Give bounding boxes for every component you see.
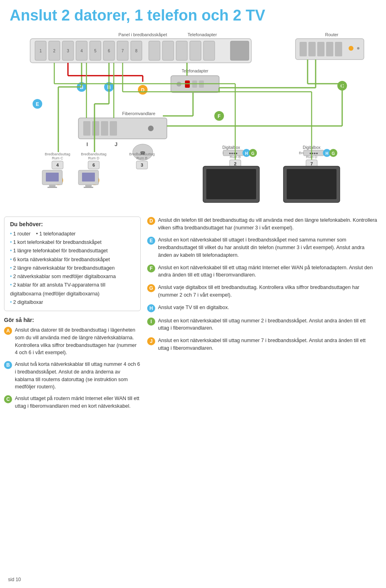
svg-text:1: 1 — [39, 49, 42, 53]
svg-text:G: G — [332, 151, 335, 156]
svg-text:●●●●: ●●●● — [309, 151, 318, 155]
svg-text:Digitalbox: Digitalbox — [222, 145, 240, 150]
step-e: E Anslut en kort nätverkskabel till utta… — [147, 236, 378, 259]
list-item: 2 digitalboxar — [10, 298, 135, 307]
gor-sa-har-section: Gör så här: A Anslut dina datorer till d… — [4, 317, 141, 410]
step-c-text: Anslut uttaget på routern märkt Internet… — [15, 395, 141, 410]
list-item: 2 kablar för att ansluta TV-apparaterna … — [10, 281, 135, 298]
page-footer: sid 10 — [8, 577, 21, 582]
svg-text:Rum D: Rum D — [88, 156, 100, 160]
svg-rect-112 — [82, 173, 95, 182]
svg-rect-19 — [176, 41, 187, 60]
svg-rect-108 — [46, 173, 59, 182]
svg-rect-17 — [149, 41, 160, 60]
svg-rect-35 — [326, 42, 333, 56]
svg-text:Fiberomvandlare: Fiberomvandlare — [122, 111, 156, 116]
svg-text:I: I — [86, 141, 88, 147]
panel-label: Panel i bredbandsskåpet — [118, 32, 167, 37]
step-f-text: Anslut en kort nätverkskabel till ett ut… — [158, 264, 378, 279]
svg-text:Telefonadapter: Telefonadapter — [182, 69, 209, 73]
svg-text:2: 2 — [53, 49, 55, 53]
svg-text:H: H — [325, 151, 328, 156]
lower-content: Du behöver: 1 router • 1 telefonadapter … — [0, 213, 386, 418]
list-item: 1 längre telefonkabel för bredbandsuttag… — [10, 247, 135, 255]
step-f: F Anslut en kort nätverkskabel till ett … — [147, 264, 378, 279]
du-behoever-box: Du behöver: 1 router • 1 telefonadapter … — [4, 217, 141, 311]
du-behoever-title: Du behöver: — [10, 221, 135, 227]
svg-point-37 — [349, 46, 353, 51]
svg-rect-22 — [230, 41, 249, 60]
badge-a: A — [4, 327, 12, 335]
svg-text:F: F — [218, 113, 220, 119]
svg-text:Bredbandsuttag: Bredbandsuttag — [129, 152, 155, 156]
step-c: C Anslut uttaget på routern märkt Intern… — [4, 395, 141, 410]
svg-rect-42 — [92, 121, 99, 136]
step-g-text: Anslut varje digitalbox till ett bredban… — [158, 284, 378, 299]
svg-text:Bredbandsuttag: Bredbandsuttag — [45, 152, 70, 156]
page-title: Anslut 2 datorer, 1 telefon och 2 TV — [0, 0, 386, 27]
svg-rect-34 — [317, 42, 324, 56]
badge-c: C — [4, 395, 12, 403]
list-item: 2 längre nätverkskablar för bredbandsutt… — [10, 264, 135, 272]
svg-text:7: 7 — [310, 161, 313, 166]
badge-i: I — [147, 318, 155, 326]
gor-sa-har-title: Gör så här: — [4, 317, 141, 323]
svg-text:4: 4 — [56, 163, 59, 167]
step-d-text: Anslut din telefon till det bredbandsutt… — [158, 217, 378, 232]
step-h-text: Anslut varje TV till en digitalbox. — [158, 304, 378, 312]
svg-text:3: 3 — [67, 49, 69, 53]
svg-rect-21 — [203, 41, 215, 60]
badge-e: E — [147, 237, 155, 245]
svg-text:E: E — [36, 101, 39, 107]
svg-rect-113 — [85, 185, 92, 187]
step-d: D Anslut din telefon till det bredbandsu… — [147, 217, 378, 232]
step-i-text: Anslut en kort nätverkskabel till uttag … — [158, 317, 378, 332]
badge-d: D — [147, 217, 155, 225]
svg-rect-116 — [206, 169, 256, 199]
svg-text:5: 5 — [94, 49, 96, 53]
page-number: sid 10 — [8, 577, 21, 582]
badge-b: B — [4, 361, 12, 369]
svg-text:Telefonadapter: Telefonadapter — [188, 32, 217, 37]
badge-h: H — [147, 304, 155, 312]
step-a-text: Anslut dina datorer till de bredbandsutt… — [15, 326, 141, 357]
step-j: J Anslut en kort nätverkskabel till utta… — [147, 337, 378, 352]
svg-text:4: 4 — [80, 49, 83, 53]
svg-point-38 — [357, 47, 359, 50]
svg-rect-43 — [101, 121, 108, 136]
step-e-text: Anslut en kort nätverkskabel till uttage… — [158, 236, 378, 259]
svg-rect-44 — [110, 121, 117, 136]
badge-g: G — [147, 284, 155, 292]
svg-text:Rum B: Rum B — [136, 156, 148, 160]
svg-rect-33 — [308, 42, 316, 56]
svg-text:6: 6 — [92, 163, 95, 167]
svg-rect-109 — [49, 185, 55, 187]
svg-text:H: H — [245, 151, 248, 156]
svg-text:8: 8 — [135, 49, 138, 53]
list-item: 1 router • 1 telefonadapter — [10, 230, 135, 238]
step-b: B Anslut två korta nätverkskablar till u… — [4, 361, 141, 391]
svg-rect-18 — [162, 41, 174, 60]
step-g: G Anslut varje digitalbox till ett bredb… — [147, 284, 378, 299]
step-h: H Anslut varje TV till en digitalbox. — [147, 304, 378, 312]
step-b-text: Anslut två korta nätverkskablar till utt… — [15, 361, 141, 391]
svg-text:●●●●: ●●●● — [229, 151, 238, 155]
svg-rect-114 — [84, 187, 93, 188]
svg-text:G: G — [251, 151, 255, 156]
svg-rect-32 — [300, 42, 307, 56]
svg-text:J: J — [115, 141, 117, 147]
svg-rect-110 — [47, 187, 57, 188]
svg-text:3: 3 — [141, 163, 143, 167]
svg-rect-125 — [287, 169, 337, 199]
list-item: 1 kort telefonkabel för bredbandsskåpet — [10, 238, 135, 247]
svg-rect-20 — [190, 41, 201, 60]
step-i: I Anslut en kort nätverkskabel till utta… — [147, 317, 378, 332]
badge-j: J — [147, 337, 155, 345]
right-panel: D Anslut din telefon till det bredbandsu… — [147, 217, 378, 414]
svg-rect-41 — [83, 121, 90, 136]
left-panel: Du behöver: 1 router • 1 telefonadapter … — [4, 217, 141, 414]
svg-text:2: 2 — [234, 161, 236, 166]
diagram-area: Panel i bredbandsskåpet 1 2 3 4 5 6 7 8 … — [0, 27, 386, 213]
list-item: 2 nätverkskablar som medföljer digitalbo… — [10, 272, 135, 281]
du-behoever-list: 1 router • 1 telefonadapter 1 kort telef… — [10, 230, 135, 307]
